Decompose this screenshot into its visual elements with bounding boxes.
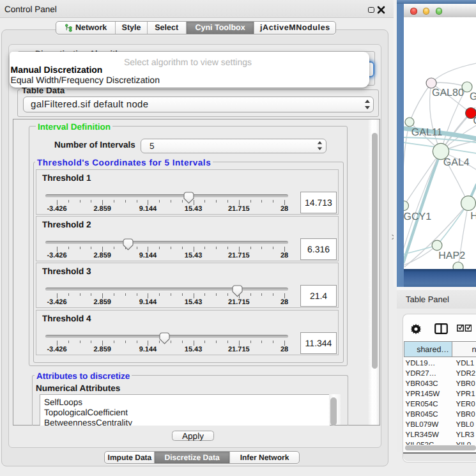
svg-text:GAL11: GAL11 <box>411 127 443 138</box>
svg-text:GA: GA <box>470 91 476 102</box>
svg-text:GCY1: GCY1 <box>404 211 431 222</box>
svg-text:GAL4: GAL4 <box>443 157 470 168</box>
svg-text:H: H <box>470 211 476 222</box>
svg-text:C: C <box>473 116 476 127</box>
svg-text:HAP2: HAP2 <box>438 250 465 261</box>
svg-text:GAL80: GAL80 <box>432 88 464 98</box>
